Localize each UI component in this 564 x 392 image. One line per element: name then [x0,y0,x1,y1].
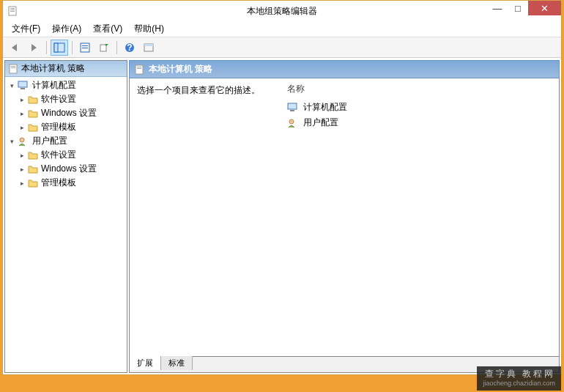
policy-icon [8,64,18,74]
svg-rect-7 [82,45,88,46]
titlebar: 本地组策略编辑器 — □ ✕ [3,1,561,21]
svg-rect-15 [11,66,15,67]
tree-node-computer-config[interactable]: ▾ 计算机配置 [5,78,127,92]
tree-node-user-config[interactable]: ▾ 用户配置 [5,134,127,148]
detail-header: 本地计算机 策略 [129,60,560,78]
folder-icon [28,179,38,188]
menu-file[interactable]: 文件(F) [6,21,46,37]
main-window: 本地组策略编辑器 — □ ✕ 文件(F) 操作(A) 查看(V) 帮助(H) ?… [2,0,562,375]
svg-rect-16 [11,67,15,68]
user-icon [287,118,299,128]
tree-root[interactable]: 本地计算机 策略 [5,61,127,77]
tree-node-windows-settings[interactable]: ▸ Windows 设置 [5,106,127,120]
tree-root-label: 本地计算机 策略 [21,62,85,75]
list-item-label: 计算机配置 [303,101,347,114]
list-column: 名称 计算机配置 用户配置 [280,78,559,356]
description-text: 选择一个项目来查看它的描述。 [137,84,272,97]
forward-button[interactable] [25,40,42,56]
tree-node-label: Windows 设置 [41,107,97,119]
watermark-line2: jiaocheng.chazidian.com [483,380,555,388]
list-item-label: 用户配置 [303,117,338,129]
menu-action[interactable]: 操作(A) [46,21,87,37]
close-button[interactable]: ✕ [528,1,561,15]
expand-icon[interactable]: ▸ [18,179,26,187]
tree-node-label: Windows 设置 [41,163,97,175]
list-item-computer-config[interactable]: 计算机配置 [287,100,552,115]
tab-standard[interactable]: 标准 [161,356,193,370]
properties-button[interactable] [76,40,94,56]
folder-icon [28,165,38,174]
tree-node-label: 用户配置 [32,135,67,147]
column-header-name[interactable]: 名称 [287,83,552,95]
folder-icon [28,151,38,160]
tree-list: ▾ 计算机配置 ▸ 软件设置 ▸ Windows 设置 ▸ 管理 [5,77,127,191]
svg-rect-5 [54,43,58,52]
collapse-icon[interactable]: ▾ [8,137,16,145]
computer-icon [287,103,299,113]
collapse-icon[interactable]: ▾ [8,81,16,89]
menubar: 文件(F) 操作(A) 查看(V) 帮助(H) [3,21,561,37]
svg-rect-21 [137,67,141,67]
expand-icon[interactable]: ▸ [18,123,26,131]
expand-icon[interactable]: ▸ [18,165,26,173]
separator [46,41,47,54]
svg-rect-2 [10,10,15,10]
detail-title: 本地计算机 策略 [149,63,212,75]
svg-rect-1 [10,8,15,9]
description-column: 选择一个项目来查看它的描述。 [130,78,280,356]
filter-button[interactable] [140,40,157,56]
svg-rect-13 [144,44,153,46]
svg-rect-22 [137,68,141,69]
user-icon [18,136,29,147]
tree-node-admin-templates[interactable]: ▸ 管理模板 [5,120,127,134]
policy-icon [134,64,144,75]
svg-point-19 [20,138,24,142]
tab-extended[interactable]: 扩展 [130,356,161,370]
help-button[interactable]: ? [121,40,138,56]
app-icon [7,6,18,16]
svg-point-25 [289,119,294,124]
separator [72,41,73,54]
show-hide-tree-button[interactable] [51,40,68,56]
tree-node-label: 软件设置 [41,149,76,161]
detail-body: 选择一个项目来查看它的描述。 名称 计算机配置 用户配置 [129,78,560,357]
back-button[interactable] [6,40,23,56]
tree-node-label: 管理模板 [41,121,76,133]
svg-rect-17 [18,81,27,87]
minimize-button[interactable]: — [487,1,508,15]
expand-icon[interactable]: ▸ [18,109,26,117]
svg-text:?: ? [127,42,132,53]
tree-node-label: 软件设置 [41,93,76,106]
folder-icon [28,95,38,104]
tree-node-label: 计算机配置 [32,79,76,92]
svg-rect-3 [10,11,15,12]
tree-node-software-settings-user[interactable]: ▸ 软件设置 [5,148,127,162]
folder-icon [28,123,38,132]
list-item-user-config[interactable]: 用户配置 [287,115,552,130]
menu-view[interactable]: 查看(V) [87,21,128,37]
tree-node-admin-templates-user[interactable]: ▸ 管理模板 [5,176,127,190]
tree-pane[interactable]: 本地计算机 策略 ▾ 计算机配置 ▸ 软件设置 ▸ Windows 设置 [4,60,127,373]
svg-rect-20 [136,65,143,74]
expand-icon[interactable]: ▸ [18,95,26,103]
svg-rect-8 [82,48,88,48]
toolbar: ? [3,37,561,58]
detail-pane: 本地计算机 策略 选择一个项目来查看它的描述。 名称 计算机配置 用户配置 [129,60,560,373]
watermark-line1: 查字典 教程网 [483,369,555,380]
svg-rect-23 [288,103,297,109]
tree-node-windows-settings-user[interactable]: ▸ Windows 设置 [5,162,127,176]
tree-node-software-settings[interactable]: ▸ 软件设置 [5,92,127,106]
window-title: 本地组策略编辑器 [247,5,317,18]
tree-node-label: 管理模板 [41,177,76,189]
export-button[interactable] [95,40,113,56]
svg-rect-18 [21,88,25,89]
window-controls: — □ ✕ [487,1,561,15]
separator [116,41,117,54]
svg-rect-14 [10,64,17,73]
maximize-button[interactable]: □ [508,1,528,15]
watermark: 查字典 教程网 jiaocheng.chazidian.com [477,366,561,391]
svg-rect-9 [100,45,106,51]
menu-help[interactable]: 帮助(H) [128,21,170,37]
folder-icon [28,109,38,118]
expand-icon[interactable]: ▸ [18,151,26,159]
